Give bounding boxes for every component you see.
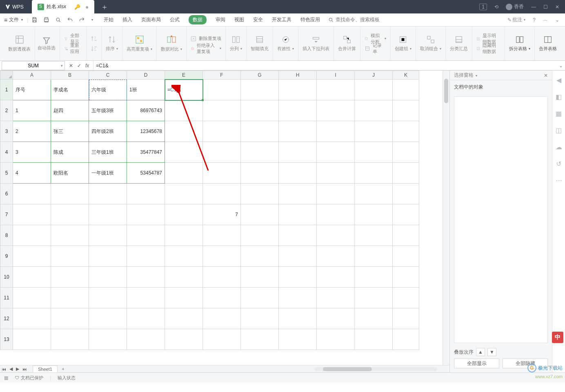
col-header-A[interactable]: A xyxy=(13,71,51,80)
col-header-C[interactable]: C xyxy=(89,71,127,80)
send-backward-button[interactable]: ▼ xyxy=(487,348,496,356)
cell-C3[interactable]: 四年级2班 xyxy=(89,121,127,142)
col-header-H[interactable]: H xyxy=(279,71,317,80)
cell-B5[interactable]: 欧阳名 xyxy=(51,163,89,184)
cell-G5[interactable] xyxy=(241,163,279,184)
reject-dup-button[interactable]: 拒绝录入重复项▾ xyxy=(191,44,221,53)
delete-dup-button[interactable]: 删除重复项 xyxy=(191,34,221,43)
cell-D1[interactable]: 1班 xyxy=(127,80,165,100)
cell-H2[interactable] xyxy=(279,100,317,121)
showall-button[interactable]: 全部显示 xyxy=(64,34,82,43)
cell-B4[interactable]: 陈成 xyxy=(51,142,89,163)
cell-H4[interactable] xyxy=(279,142,317,163)
tab-start[interactable]: 开始 xyxy=(104,16,113,23)
tab-view[interactable]: 视图 xyxy=(234,16,244,23)
ribbon-menu-icon[interactable]: ⌄ xyxy=(555,17,559,23)
row-header-2[interactable]: 2 xyxy=(0,100,13,121)
help-icon[interactable]: ? xyxy=(533,17,536,23)
cell-K2[interactable] xyxy=(393,100,419,121)
redo-icon[interactable] xyxy=(79,17,85,23)
data-compare-button[interactable]: 数据对比▾ xyxy=(157,27,187,60)
tab-review[interactable]: 审阅 xyxy=(216,16,225,23)
cell-G4[interactable] xyxy=(241,142,279,163)
panel-close-icon[interactable]: ✕ xyxy=(544,73,548,78)
sort-button[interactable]: 排序▾ xyxy=(102,27,122,60)
cell-G2[interactable] xyxy=(241,100,279,121)
close-icon[interactable]: ✕ xyxy=(555,4,559,10)
cell-C1[interactable]: 六年级 xyxy=(89,80,127,100)
cell-F1[interactable] xyxy=(203,80,241,100)
merge-table-button[interactable]: 合并表格 xyxy=(535,27,561,60)
workspace-badge[interactable]: 1 xyxy=(479,4,487,10)
row-header-3[interactable]: 3 xyxy=(0,121,13,142)
sync-icon[interactable]: ⟲ xyxy=(494,4,498,10)
side-backup-icon[interactable]: ☁ xyxy=(556,143,562,151)
cell-C4[interactable]: 三年级1班 xyxy=(89,142,127,163)
cell-E2[interactable] xyxy=(165,100,203,121)
file-menu[interactable]: ≡ 文件 ▾ xyxy=(0,16,27,23)
tab-developer[interactable]: 开发工具 xyxy=(272,16,291,23)
subtotal-button[interactable]: 分类汇总 xyxy=(446,27,472,60)
col-header-J[interactable]: J xyxy=(355,71,393,80)
side-more-icon[interactable]: ⋯ xyxy=(556,177,562,184)
col-header-K[interactable]: K xyxy=(393,71,419,80)
col-header-F[interactable]: F xyxy=(203,71,241,80)
text-to-columns-button[interactable]: 分列▾ xyxy=(226,27,247,60)
pivot-table-button[interactable]: 数据透视表 xyxy=(4,27,35,60)
sheet-nav-next[interactable]: ▶ xyxy=(14,366,21,372)
validation-button[interactable]: 有效性▾ xyxy=(273,27,298,60)
maximize-icon[interactable]: ☐ xyxy=(543,4,548,10)
cancel-icon[interactable]: ✕ xyxy=(69,63,73,69)
cell-B3[interactable]: 张三 xyxy=(51,121,89,142)
cell-H5[interactable] xyxy=(279,163,317,184)
cell-F4[interactable] xyxy=(203,142,241,163)
qat-dropdown[interactable]: ▾ xyxy=(91,18,93,22)
sheet-nav-prev[interactable]: ◀ xyxy=(8,366,14,372)
col-header-B[interactable]: B xyxy=(51,71,89,80)
save-icon[interactable] xyxy=(31,17,38,23)
formula-expand-icon[interactable]: ⌄ xyxy=(557,63,565,69)
cell-K4[interactable] xyxy=(393,142,419,163)
print-icon[interactable] xyxy=(43,17,49,23)
cell-I1[interactable] xyxy=(317,80,355,100)
highlight-dup-button[interactable]: 高亮重复项▾ xyxy=(122,27,157,60)
col-header-D[interactable]: D xyxy=(127,71,165,80)
reapply-button[interactable]: 重新应用 xyxy=(64,44,82,53)
cell-C5[interactable]: 一年级1班 xyxy=(89,163,127,184)
key-icon[interactable]: 🔑 xyxy=(74,4,80,10)
row-header-10[interactable]: 10 xyxy=(0,267,13,288)
row-header-11[interactable]: 11 xyxy=(0,288,13,308)
cell-D4[interactable]: 35477847 xyxy=(127,142,165,163)
col-header-E[interactable]: E xyxy=(165,71,203,80)
cell-E5[interactable] xyxy=(165,163,203,184)
cell-E1[interactable]: =C1& xyxy=(165,80,203,100)
autofilter-button[interactable]: 自动筛选 xyxy=(38,36,56,51)
confirm-icon[interactable]: ✓ xyxy=(77,63,81,69)
side-property-icon[interactable]: ▦ xyxy=(556,110,562,117)
name-box[interactable]: SUM▾ xyxy=(2,61,65,70)
row-header-6[interactable]: 6 xyxy=(0,184,13,204)
select-all-corner[interactable] xyxy=(0,71,13,80)
undo-icon[interactable] xyxy=(67,17,73,23)
command-search[interactable]: 查找命令、搜索模板 xyxy=(328,16,380,23)
insert-dropdown-button[interactable]: 插入下拉列表 xyxy=(298,27,334,60)
cell-F2[interactable] xyxy=(203,100,241,121)
ribbon-collapse-icon[interactable]: ︿ xyxy=(543,16,548,23)
tab-close-icon[interactable]: ● xyxy=(85,4,89,10)
formula-input[interactable]: =C1& xyxy=(93,61,557,70)
print-preview-icon[interactable] xyxy=(55,17,61,23)
side-history-icon[interactable]: ↺ xyxy=(556,160,561,168)
hide-detail-button[interactable]: 隐藏明细数据 xyxy=(476,44,500,53)
cell-F7[interactable]: 7 xyxy=(203,204,241,225)
show-all-button[interactable]: 全部显示 xyxy=(454,359,499,368)
layout-icon[interactable]: ▥ xyxy=(4,375,8,381)
cell-J1[interactable] xyxy=(355,80,393,100)
col-header-I[interactable]: I xyxy=(317,71,355,80)
cell-A2[interactable]: 1 xyxy=(13,100,51,121)
user-avatar[interactable]: 香香 xyxy=(506,3,524,10)
side-expand-icon[interactable]: ◀ xyxy=(556,76,561,84)
cell-F3[interactable] xyxy=(203,121,241,142)
vertical-scrollbar[interactable] xyxy=(443,71,449,365)
spreadsheet-grid[interactable]: A B C D E F G H I J K 1 序号 李成名 六年级 xyxy=(0,71,449,365)
side-analyze-icon[interactable]: ◫ xyxy=(556,126,562,134)
